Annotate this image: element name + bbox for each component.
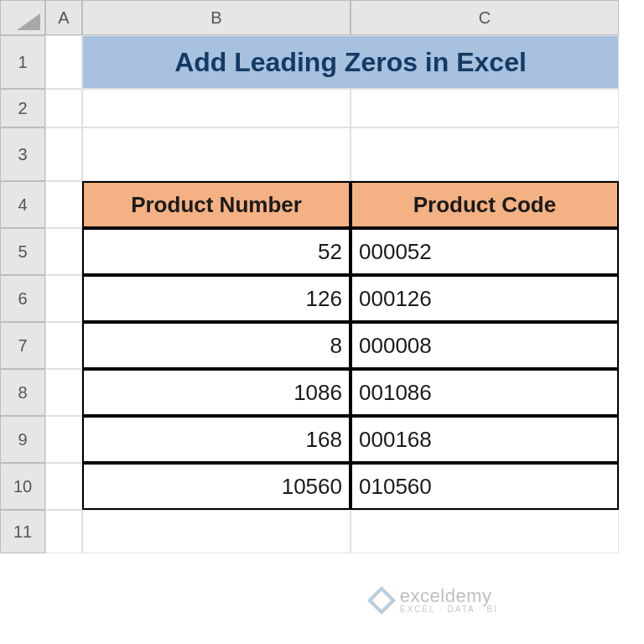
row-header-9[interactable]: 9 — [0, 416, 45, 463]
cell-a11[interactable] — [45, 510, 82, 553]
cell-a6[interactable] — [45, 275, 82, 322]
row-header-6[interactable]: 6 — [0, 275, 45, 322]
cell-a9[interactable] — [45, 416, 82, 463]
watermark-sub: EXCEL · DATA · BI — [400, 605, 498, 614]
table-row[interactable]: 000008 — [351, 322, 619, 369]
row-header-3[interactable]: 3 — [0, 127, 45, 181]
cell-c2[interactable] — [351, 89, 619, 127]
row-header-10[interactable]: 10 — [0, 463, 45, 510]
title-cell[interactable]: Add Leading Zeros in Excel — [82, 35, 619, 89]
table-row[interactable]: 000052 — [351, 228, 619, 275]
table-row[interactable]: 52 — [82, 228, 351, 275]
table-row[interactable]: 10560 — [82, 463, 351, 510]
cell-a10[interactable] — [45, 463, 82, 510]
table-header-product-code[interactable]: Product Code — [351, 181, 619, 228]
logo-icon — [367, 586, 396, 615]
cell-a3[interactable] — [45, 127, 82, 181]
col-header-a[interactable]: A — [45, 0, 82, 35]
table-header-product-number[interactable]: Product Number — [82, 181, 351, 228]
table-row[interactable]: 000126 — [351, 275, 619, 322]
cell-a1[interactable] — [45, 35, 82, 89]
table-row[interactable]: 001086 — [351, 369, 619, 416]
cell-a4[interactable] — [45, 181, 82, 228]
cell-a5[interactable] — [45, 228, 82, 275]
cell-b3[interactable] — [82, 127, 351, 181]
cell-c3[interactable] — [351, 127, 619, 181]
row-header-11[interactable]: 11 — [0, 510, 45, 553]
watermark: exceldemy EXCEL · DATA · BI — [371, 587, 498, 614]
cell-a8[interactable] — [45, 369, 82, 416]
cell-c11[interactable] — [351, 510, 619, 553]
table-row[interactable]: 168 — [82, 416, 351, 463]
worksheet: A B C 1 Add Leading Zeros in Excel 2 3 4… — [0, 0, 644, 553]
col-header-b[interactable]: B — [82, 0, 351, 35]
col-header-c[interactable]: C — [351, 0, 619, 35]
table-row[interactable]: 000168 — [351, 416, 619, 463]
cell-b2[interactable] — [82, 89, 351, 127]
cell-a2[interactable] — [45, 89, 82, 127]
table-row[interactable]: 126 — [82, 275, 351, 322]
row-header-4[interactable]: 4 — [0, 181, 45, 228]
row-header-7[interactable]: 7 — [0, 322, 45, 369]
row-header-1[interactable]: 1 — [0, 35, 45, 89]
cell-a7[interactable] — [45, 322, 82, 369]
row-header-8[interactable]: 8 — [0, 369, 45, 416]
table-row[interactable]: 1086 — [82, 369, 351, 416]
table-row[interactable]: 010560 — [351, 463, 619, 510]
select-all-corner[interactable] — [0, 0, 45, 35]
cell-b11[interactable] — [82, 510, 351, 553]
table-row[interactable]: 8 — [82, 322, 351, 369]
row-header-5[interactable]: 5 — [0, 228, 45, 275]
row-header-2[interactable]: 2 — [0, 89, 45, 127]
watermark-main: exceldemy — [400, 587, 498, 605]
